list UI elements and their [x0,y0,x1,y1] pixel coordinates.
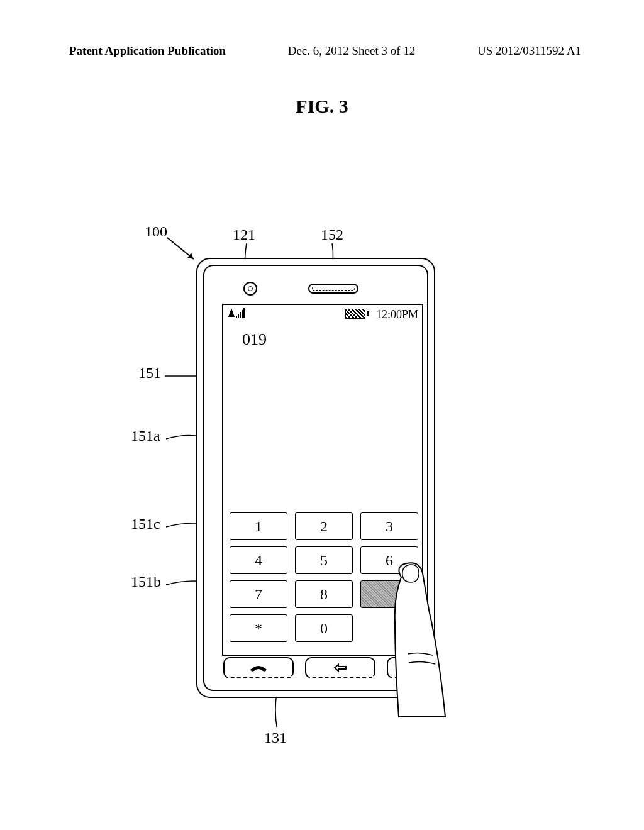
back-button[interactable] [305,657,375,678]
signal-icon [228,308,245,318]
ref-151: 151 [138,365,161,382]
key-2[interactable]: 2 [295,512,353,540]
phone-inner-frame: 12:00PM 019 1 2 3 4 5 6 7 8 * 0 [203,265,428,691]
camera-lens [248,286,253,291]
ref-151b: 151b [131,573,161,590]
ref-151a: 151a [131,428,160,445]
header-left: Patent Application Publication [69,44,226,58]
earpiece-speaker [308,284,358,294]
status-clock: 12:00PM [376,308,418,321]
leader-100 [165,235,203,267]
key-4[interactable]: 4 [230,546,287,574]
camera-icon [243,282,257,296]
key-7[interactable]: 7 [230,580,287,608]
dialed-number: 019 [242,330,267,349]
key-0[interactable]: 0 [295,614,353,642]
dial-keypad: 1 2 3 4 5 6 7 8 * 0 [230,512,418,642]
key-star[interactable]: * [230,614,287,642]
key-6[interactable]: 6 [360,546,418,574]
key-5[interactable]: 5 [295,546,353,574]
phone-body: 12:00PM 019 1 2 3 4 5 6 7 8 * 0 [196,258,435,698]
key-9-pressed[interactable] [360,580,418,608]
page-header: Patent Application Publication Dec. 6, 2… [0,0,644,58]
battery-icon [345,309,365,319]
svg-marker-1 [187,253,194,259]
call-button[interactable] [223,657,294,678]
touchscreen[interactable]: 12:00PM 019 1 2 3 4 5 6 7 8 * 0 [222,304,423,656]
status-bar: 12:00PM [223,305,422,324]
phone-handset-icon [248,662,269,673]
back-arrow-icon [331,662,350,673]
ref-131: 131 [264,729,287,746]
ref-151c: 151c [131,516,160,533]
header-right: US 2012/0311592 A1 [477,44,581,58]
key-1[interactable]: 1 [230,512,287,540]
ref-152: 152 [321,226,343,243]
battery-tip [367,311,369,316]
ref-100: 100 [145,223,167,240]
key-8[interactable]: 8 [295,580,353,608]
ref-121: 121 [233,226,255,243]
softkey-row [223,657,408,678]
key-3[interactable]: 3 [360,512,418,540]
third-softkey-partial[interactable] [387,657,408,678]
earpiece-grille [312,287,355,290]
header-center: Dec. 6, 2012 Sheet 3 of 12 [288,44,416,58]
figure-label: FIG. 3 [0,96,644,117]
